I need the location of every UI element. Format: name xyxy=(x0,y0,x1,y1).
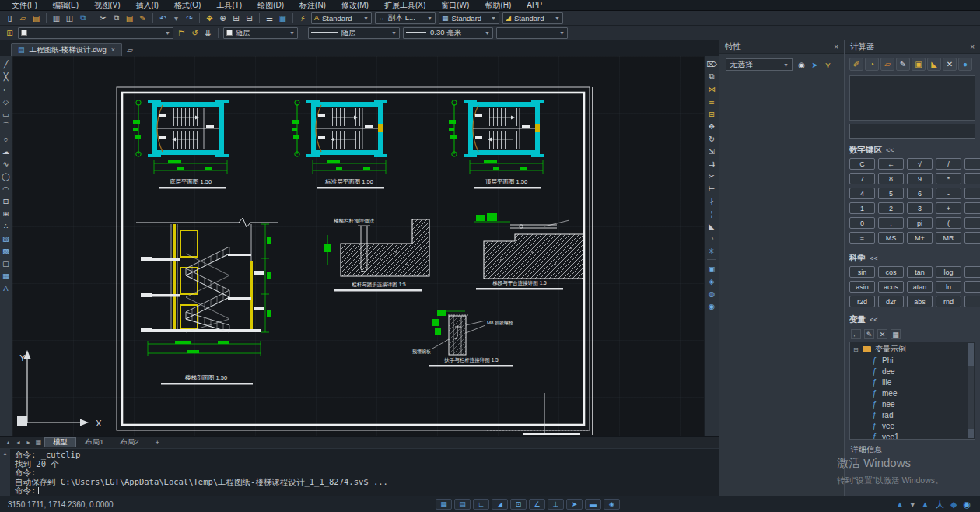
edit-polyline-icon[interactable]: ◉ xyxy=(706,300,717,312)
plotstyle-select[interactable]: ▼ xyxy=(496,27,568,39)
variable-item[interactable]: ƒille xyxy=(853,377,975,388)
numpad-key-clipped[interactable] xyxy=(964,202,980,214)
layer-states-icon[interactable]: ⇊ xyxy=(201,27,215,39)
scientific-key-log[interactable]: log xyxy=(936,266,961,278)
plot-preview-icon[interactable]: ◫ xyxy=(63,12,76,24)
copy-icon[interactable]: ⧉ xyxy=(110,12,123,24)
new-drawing-tab-button[interactable]: ▱ xyxy=(122,44,138,56)
layout-list-icon[interactable]: ▦ xyxy=(33,438,44,447)
intersection-of-lines-icon[interactable]: ✕ xyxy=(943,58,957,71)
numpad-key-([interactable]: ( xyxy=(936,217,961,229)
layer-select[interactable]: ▼ xyxy=(18,27,173,39)
user-tray-icon[interactable]: 人 xyxy=(936,499,944,510)
tree-expander-icon[interactable]: ⊟ xyxy=(853,346,859,353)
numpad-key-3[interactable]: 3 xyxy=(907,202,933,214)
menu-item-2[interactable]: 编辑(E) xyxy=(46,0,86,11)
otrack-toggle[interactable]: ∠ xyxy=(529,499,545,510)
linetype-select[interactable]: 随层 ▼ xyxy=(308,27,400,39)
redo-icon[interactable]: ↷ xyxy=(183,12,196,24)
numpad-key-*[interactable]: * xyxy=(936,173,961,184)
mleader-style-select[interactable]: ◢Standard▼ xyxy=(502,12,563,24)
insert-block-icon[interactable]: ⊡ xyxy=(1,195,12,207)
stair-plan-1[interactable]: 底层平面图 1:50 xyxy=(133,100,229,189)
layout-tab-模型[interactable]: 模型 xyxy=(44,437,76,447)
menu-item-10[interactable]: 扩展工具(X) xyxy=(377,0,432,11)
stair-plan-2[interactable]: 标准层平面图 1:50 xyxy=(292,100,387,189)
layer-previous-icon[interactable]: ↺ xyxy=(188,27,201,39)
menu-item-11[interactable]: 窗口(W) xyxy=(434,0,476,11)
numpad-key-+[interactable]: + xyxy=(936,202,961,214)
region-icon[interactable]: ▢ xyxy=(1,257,12,269)
scientific-key-atan[interactable]: atan xyxy=(907,281,933,293)
command-history[interactable]: 命令: _cutclip找到 20 个命令:自动保存到 C:\Users\LGT… xyxy=(10,449,719,496)
circle-icon[interactable]: ○ xyxy=(1,132,12,145)
scientific-key-rnd[interactable]: rnd xyxy=(936,296,961,307)
quickcalc-history[interactable] xyxy=(849,75,975,121)
drawing-canvas[interactable]: 底层平面图 1:50 标准层平面图 1:50 顶层平面图 1:50 xyxy=(12,56,704,436)
menu-item-9[interactable]: 修改(M) xyxy=(334,0,376,11)
properties-icon[interactable]: ☰ xyxy=(263,12,276,24)
line-icon[interactable]: ╱ xyxy=(1,58,12,70)
scientific-key-abs[interactable]: abs xyxy=(907,296,933,307)
break-at-point-icon[interactable]: ∤ xyxy=(706,195,717,207)
rotate-icon[interactable]: ↻ xyxy=(706,132,717,145)
variables-tree[interactable]: ⊟变量示例ƒPhiƒdeeƒilleƒmeeƒneeƒradƒveeƒvee1 xyxy=(849,342,975,440)
numpad-key-←[interactable]: ← xyxy=(878,158,904,170)
select-objects-icon[interactable]: ➤ xyxy=(809,59,821,71)
variables-header[interactable]: 变量 << xyxy=(845,310,980,328)
ducs-toggle[interactable]: ⊥ xyxy=(548,499,564,510)
zoom-realtime-icon[interactable]: ⊕ xyxy=(216,12,229,24)
table-style-select[interactable]: ▦Standard▼ xyxy=(439,12,499,24)
numpad-key-1[interactable]: 1 xyxy=(849,202,875,214)
mirror-icon[interactable]: ⋈ xyxy=(706,82,717,95)
quick-select-icon[interactable]: ⋎ xyxy=(822,59,834,71)
cut-icon[interactable]: ✂ xyxy=(96,12,110,24)
snap-toggle[interactable]: ▦ xyxy=(436,499,452,510)
numpad-header[interactable]: 数字键区 << xyxy=(845,139,980,158)
numpad-key-clipped[interactable] xyxy=(964,232,980,244)
fillet-icon[interactable]: ◝ xyxy=(706,232,717,244)
properties-panel-titlebar[interactable]: 特性 × xyxy=(719,40,844,54)
stretch-icon[interactable]: ⇉ xyxy=(706,157,717,170)
table-icon[interactable]: ▦ xyxy=(1,269,12,282)
copy-object-icon[interactable]: ⧉ xyxy=(706,70,717,82)
polygon-icon[interactable]: ◇ xyxy=(1,95,12,107)
close-icon[interactable]: × xyxy=(970,43,975,51)
numpad-key-9[interactable]: 9 xyxy=(907,173,933,184)
trim-icon[interactable]: ✂ xyxy=(706,170,717,182)
tray-expand-icon[interactable]: ▾ xyxy=(911,500,915,510)
menu-item-7[interactable]: 绘图(D) xyxy=(250,0,291,11)
numpad-key-pi[interactable]: pi xyxy=(907,217,933,229)
menu-item-4[interactable]: 插入(I) xyxy=(128,0,165,11)
app-tray-icon-1[interactable]: ▲ xyxy=(896,500,905,509)
help-icon[interactable]: ● xyxy=(958,58,972,71)
numpad-key-=[interactable]: = xyxy=(849,232,875,244)
polar-toggle[interactable]: ◢ xyxy=(492,499,508,510)
numpad-key-7[interactable]: 7 xyxy=(849,173,875,184)
dim-style-select[interactable]: ↔副本 L...▼ xyxy=(375,12,436,24)
prev-tab-icon[interactable]: ◂ xyxy=(13,438,23,447)
numpad-key-4[interactable]: 4 xyxy=(849,188,875,199)
group-icon[interactable]: ▣ xyxy=(706,262,717,275)
point-icon[interactable]: ∴ xyxy=(1,219,12,232)
numpad-key-/[interactable]: / xyxy=(936,158,961,170)
scientific-key-ln[interactable]: ln xyxy=(936,281,961,293)
clear-icon[interactable]: ✐ xyxy=(849,58,863,71)
paste-to-input-icon[interactable]: ▱ xyxy=(880,58,894,71)
scientific-key-clipped[interactable] xyxy=(964,281,980,293)
ungroup-icon[interactable]: ◈ xyxy=(706,275,717,287)
delete-variable-icon[interactable]: ✕ xyxy=(877,329,887,339)
erase-icon[interactable]: ⌦ xyxy=(706,58,717,70)
edit-hatch-icon[interactable]: ◍ xyxy=(706,287,717,300)
variable-item[interactable]: ƒnee xyxy=(853,398,975,409)
scientific-key-sin[interactable]: sin xyxy=(849,266,875,278)
scientific-header[interactable]: 科学 << xyxy=(845,247,980,266)
variable-item[interactable]: ƒdee xyxy=(853,366,975,377)
menu-item-12[interactable]: 帮助(H) xyxy=(478,0,518,11)
lwt-toggle[interactable]: ▬ xyxy=(585,499,601,510)
clear-history-icon[interactable]: ◔ xyxy=(865,58,879,71)
numpad-key-mr[interactable]: MR xyxy=(936,232,961,244)
menu-item-13[interactable]: APP xyxy=(520,1,549,9)
revision-cloud-icon[interactable]: ☁ xyxy=(1,145,12,157)
plot-icon[interactable]: ▥ xyxy=(50,12,63,24)
